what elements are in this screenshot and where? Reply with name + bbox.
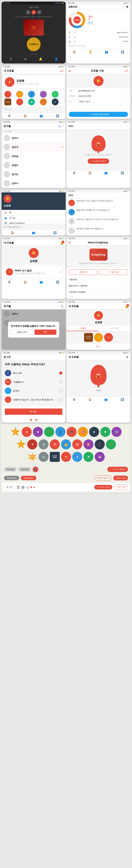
red-dot-1 [31, 487, 32, 488]
nav-home-2[interactable]: 🏠 [73, 50, 76, 54]
settings-btn[interactable]: 설정 [59, 69, 63, 72]
sns-question: 자주 사용하는 SNS는 무엇인가요? [5, 363, 62, 366]
mascot-settings[interactable]: ⚙ [126, 356, 128, 359]
nav-friends-mascot[interactable]: 👥 [104, 398, 108, 401]
friend-item-4[interactable]: 강영도 [2, 161, 65, 169]
pill-normal-2[interactable]: Normal [18, 467, 31, 471]
nav-info-sm[interactable]: ℹ️ [53, 231, 56, 234]
search-icon-popup[interactable]: 🔍 [60, 305, 63, 308]
nav-home-3[interactable]: 🏠 [24, 114, 27, 118]
nav-grid-bottom-icon[interactable]: ⊞ [21, 485, 25, 490]
nav-user-icon[interactable]: 👤 [54, 57, 58, 61]
nav-home-icon[interactable]: ☰ [9, 57, 12, 61]
nav-home-sm[interactable]: 🏠 [11, 231, 14, 234]
btn-search-sm[interactable]: 사용자 검색 [114, 485, 128, 490]
step-1[interactable]: 1 [26, 10, 30, 14]
nav-menu-3[interactable]: ☰ [73, 171, 76, 175]
start-button[interactable]: START [74, 16, 81, 24]
nav-info-3[interactable]: ℹ️ [56, 114, 59, 118]
add-friend-icon[interactable]: + [62, 125, 63, 128]
sns-option-google[interactable]: G+ 구글플러스 [5, 377, 62, 386]
nav-home-4[interactable]: 🏠 [88, 171, 92, 175]
step-2[interactable]: 2 [32, 10, 36, 14]
nav-menu-icon[interactable]: ☰ [8, 114, 11, 118]
menu-item-friends[interactable]: 👥 친구들 [2, 215, 65, 221]
badge-dark-hat: 🎩 [95, 439, 105, 450]
sns-option-twitter[interactable]: t 트위터 [5, 386, 62, 395]
edit-nav-bar: ◀ 프로필 수정 완료 [67, 68, 130, 74]
friend-item-6[interactable]: 강우수 [2, 179, 65, 188]
friend-item-2[interactable]: 김민석 ★ [2, 143, 65, 152]
search-icon-friends[interactable]: 🔍 [58, 125, 61, 128]
back-btn-about[interactable]: ◀ [69, 241, 70, 244]
cancel-btn[interactable]: 취소 [67, 343, 130, 350]
badge-stamp-tour: STAMPTOUR [50, 452, 60, 462]
mascot-name-label: 마네 [96, 389, 101, 392]
nav-home-goal[interactable]: 🏠 [24, 280, 27, 284]
nav-home-mascot[interactable]: 🏠 [88, 398, 92, 401]
gear-icon[interactable]: ⚙ [126, 5, 128, 8]
goal-toggle[interactable]: ∨ [59, 271, 61, 273]
more-apps-btn[interactable]: 더 많은 앱 [99, 269, 128, 275]
add-friend-btn[interactable]: ♡ 새 친구 보내기 [88, 158, 109, 164]
login-text-btn[interactable]: 로그인 [4, 485, 15, 490]
about-actions: 연락하기 더 많은 앱 [67, 268, 130, 277]
nav-friends-sm[interactable]: 👥 [32, 231, 35, 234]
nav-friends-4[interactable]: 👥 [104, 171, 108, 175]
btn-search-user[interactable]: 사용자 검색 [113, 475, 128, 480]
terms-link[interactable]: 이용약관 › [67, 277, 130, 283]
goal-icon: 🎪 [6, 268, 13, 276]
nav-hamburger-icon[interactable]: ☰ [17, 485, 20, 490]
confirm-btn[interactable]: ▶ 확인 [5, 408, 62, 415]
nav-info-mascot[interactable]: ℹ️ [121, 398, 124, 401]
pill-feedback-gray[interactable]: Feedback [4, 476, 19, 480]
nav-friends-2[interactable]: 👥 [105, 50, 108, 54]
profile-content: 😊 김영종 새로운 뱃지가 있어요. 51개 🔴 ⭐ 💙 💜 💚 STAMP [2, 74, 65, 113]
contact-btn[interactable]: 연락하기 [69, 269, 98, 275]
badge-2: ⭐ [16, 91, 23, 98]
nav-info-4[interactable]: ℹ️ [121, 171, 124, 175]
nav-friends-3[interactable]: 👥 [40, 114, 43, 118]
rank-item-2: 🥈 2위 아무개 테마 [67, 35, 130, 39]
friend-item-5[interactable]: 강수민 [2, 170, 65, 179]
nav-menu-goal[interactable]: ☰ [8, 280, 11, 284]
btn-new-friend-outline[interactable]: 새 친구 보내기 [94, 475, 112, 480]
prev-arrow[interactable]: ◀ [30, 418, 32, 421]
popup-more-btn[interactable]: 더많이 보기 [11, 330, 33, 335]
btn-new-friend-sm[interactable]: ♡ 새 친구 보내기 [94, 485, 113, 490]
nav-grid-icon[interactable]: ⊞ [24, 57, 27, 61]
pill-feedback-red[interactable]: Feedback [21, 476, 36, 480]
step-3[interactable]: 3 [37, 10, 42, 14]
friend-item-3[interactable]: 강민섭 [2, 152, 65, 160]
time-3: 4:21 PM [3, 65, 10, 67]
nav-back-bottom-icon[interactable]: ◁ [26, 485, 29, 490]
message-input[interactable] [4, 226, 63, 228]
bottom-nav-music: ☰ ⊞ 🔔 👤 [3, 56, 64, 62]
sns-option-none[interactable]: X 사용하지 않는다. 그냥 서비스하면 됩니다. [5, 395, 62, 404]
screen-friends-popup: 4:21 PM ●●●🔋 친구들 🔍 강우수 강두수 [2, 301, 65, 350]
menu-item-home[interactable]: 🏠 홈 [2, 210, 65, 215]
btn-new-friend[interactable]: ♡ 새 친구 보내기 [107, 467, 128, 472]
popup-ok-btn[interactable]: 확인 [35, 330, 56, 335]
nav-info-goal[interactable]: ℹ️ [56, 280, 59, 284]
google-label: 구글플러스 [13, 380, 24, 383]
rank3-name: 아무개 [123, 40, 128, 43]
service-terms-link[interactable]: 환경서비스 이용약관 › [67, 283, 130, 289]
twitter-connect-btn[interactable]: 🐦 Connect with Twitter [69, 112, 128, 117]
save-btn[interactable]: 완료 [124, 69, 128, 72]
back-btn-edit[interactable]: ◀ [69, 69, 70, 72]
mascot-bottom-nav: ☰ 🏠 👥 ℹ️ [67, 397, 130, 402]
privacy-link[interactable]: 개인정보 처리방침 › [67, 289, 130, 295]
sns-option-facebook[interactable]: f 페이스북 [5, 369, 62, 377]
nav-bell-icon[interactable]: 🔔 [39, 57, 42, 61]
tab-select[interactable]: 사진 선택 [98, 326, 131, 331]
pill-normal-1[interactable]: Normal [4, 467, 17, 471]
music-title: 스탬프 투어 [3, 6, 64, 9]
nav-info-2[interactable]: ℹ️ [121, 50, 124, 54]
tab-albums[interactable]: 사진앨범 [67, 326, 98, 331]
nav-trophy-icon[interactable]: 🏆 [89, 50, 92, 54]
nav-friends-goal[interactable]: 👥 [40, 280, 43, 284]
nav-menu-mascot[interactable]: ☰ [73, 398, 76, 401]
next-arrow[interactable]: ▶ [36, 418, 38, 421]
friend-item-1[interactable]: 강우수 [2, 133, 65, 143]
